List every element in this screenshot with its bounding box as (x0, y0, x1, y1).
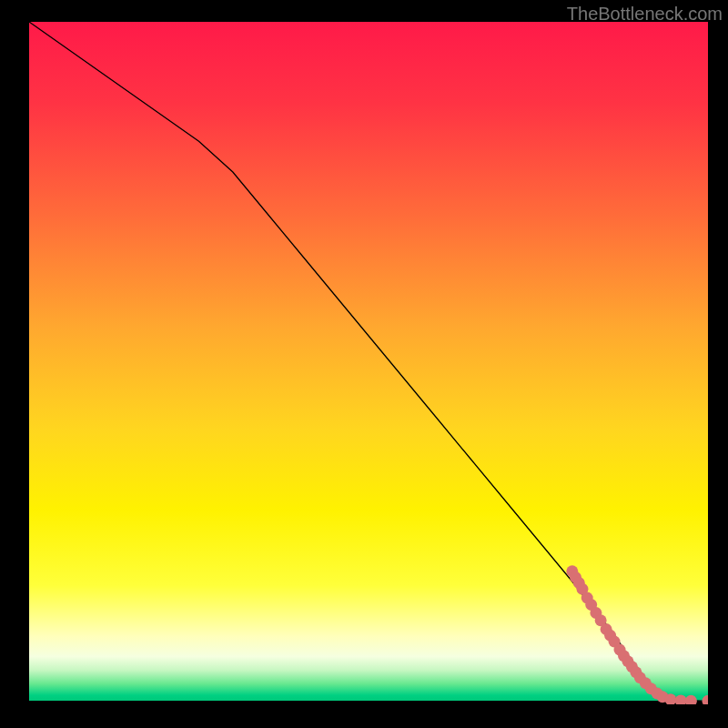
data-point (703, 695, 709, 704)
chart-curve (29, 22, 708, 701)
watermark-text: TheBottleneck.com (567, 4, 723, 25)
chart-svg (29, 22, 708, 704)
chart-plot-area (29, 22, 708, 704)
data-point (685, 695, 697, 704)
data-point (675, 694, 687, 704)
chart-scatter-group (566, 565, 708, 704)
